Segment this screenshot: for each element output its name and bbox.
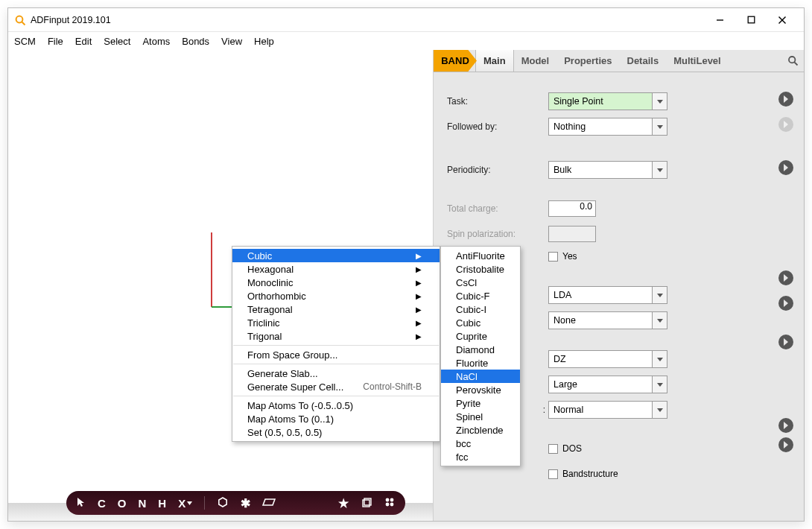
menu-edit[interactable]: Edit [75, 36, 92, 47]
tab-details[interactable]: Details [620, 50, 667, 72]
input-spin-polarization [548, 226, 596, 242]
menu-bonds[interactable]: Bonds [182, 36, 209, 47]
tool-hexagon-icon[interactable] [217, 496, 229, 510]
go-relativity[interactable] [778, 296, 793, 311]
caret-icon [652, 312, 667, 329]
select-followed-by-value: Nothing [554, 121, 586, 132]
ctx-item-cubic[interactable]: Cubic▶ [232, 249, 440, 262]
select-followed-by[interactable]: Nothing [548, 118, 667, 136]
svg-rect-3 [748, 16, 755, 23]
go-periodicity[interactable] [778, 160, 793, 175]
caret-icon [652, 118, 667, 135]
go-task[interactable] [778, 92, 793, 107]
ctx-cubic-item-pyrite[interactable]: Pyrite [441, 396, 520, 410]
ctx-item-tetragonal[interactable]: Tetragonal▶ [232, 302, 440, 316]
arrow-right-icon: ▶ [416, 252, 422, 260]
ctx-cubic-item-cristobalite[interactable]: Cristobalite [441, 262, 520, 276]
svg-line-17 [794, 62, 797, 65]
checkbox-dos[interactable] [548, 444, 558, 454]
label-total-charge: Total charge: [447, 203, 548, 214]
go-bandstructure[interactable] [778, 437, 793, 452]
go-dos[interactable] [778, 418, 793, 433]
tool-parallelogram-icon[interactable] [262, 497, 276, 510]
ctx-item-trigonal[interactable]: Trigonal▶ [232, 329, 440, 343]
label-task: Task: [447, 96, 548, 107]
svg-marker-8 [219, 498, 226, 507]
ctx-item-from-space-group[interactable]: From Space Group... [232, 348, 440, 361]
menu-select[interactable]: Select [104, 36, 130, 47]
ctx-cubic-item-perovskite[interactable]: Perovskite [441, 383, 520, 396]
menu-help[interactable]: Help [254, 36, 274, 47]
label-periodicity: Periodicity: [447, 165, 548, 175]
arrow-right-icon: ▶ [416, 292, 422, 300]
ctx-item-map-atoms-pos[interactable]: Map Atoms To (0..1) [232, 412, 440, 425]
svg-point-14 [386, 502, 390, 506]
ctx-cubic-item-zincblende[interactable]: Zincblende [441, 423, 520, 437]
menu-file[interactable]: File [48, 36, 63, 47]
tool-element-n[interactable]: N [139, 497, 147, 510]
ctx-cubic-item-fcc[interactable]: fcc [441, 450, 520, 463]
select-periodicity[interactable]: Bulk [548, 161, 667, 179]
input-total-charge[interactable]: 0.0 [548, 200, 596, 217]
select-quality[interactable]: Normal [548, 401, 667, 419]
ctx-item-monoclinic[interactable]: Monoclinic▶ [232, 276, 440, 289]
maximize-button[interactable] [735, 10, 767, 31]
tool-cube-icon[interactable] [361, 496, 372, 510]
svg-marker-9 [263, 499, 275, 505]
go-xc[interactable] [778, 270, 793, 285]
tab-model[interactable]: Model [514, 50, 557, 72]
ctx-item-generate-super-cell[interactable]: Generate Super Cell...Control-Shift-B [232, 380, 440, 393]
ctx-cubic-item-bcc[interactable]: bcc [441, 437, 520, 450]
checkbox-unrestricted[interactable] [548, 252, 558, 262]
axes-gizmo [206, 225, 235, 314]
ctx-cubic-item-cuprite[interactable]: Cuprite [441, 329, 520, 343]
arrow-right-icon: ▶ [416, 305, 422, 314]
ctx-cubic-item-spinel[interactable]: Spinel [441, 410, 520, 423]
select-task-value: Single Point [554, 96, 603, 107]
ctx-cubic-item-fluorite[interactable]: Fluorite [441, 356, 520, 370]
program-tab-band[interactable]: BAND [434, 50, 477, 72]
svg-point-13 [390, 498, 394, 501]
label-unrestricted-yes: Yes [562, 251, 577, 262]
tool-snowflake-icon[interactable]: ✱ [241, 496, 250, 510]
select-core[interactable]: Large [548, 376, 667, 393]
menu-atoms[interactable]: Atoms [142, 36, 170, 47]
checkbox-bandstructure[interactable] [548, 469, 558, 479]
svg-line-1 [22, 22, 25, 25]
tool-element-x-dropdown[interactable]: X [178, 497, 192, 510]
tab-properties[interactable]: Properties [556, 50, 619, 72]
ctx-cubic-item-cscl[interactable]: CsCl [441, 276, 520, 289]
tab-main[interactable]: Main [475, 50, 514, 72]
tool-star-icon[interactable]: ★ [338, 496, 349, 510]
ctx-cubic-item-diamond[interactable]: Diamond [441, 343, 520, 356]
ctx-item-map-atoms-neg[interactable]: Map Atoms To (-0.5..0.5) [232, 399, 440, 412]
tool-pointer-icon[interactable] [77, 497, 86, 510]
ctx-cubic-item-antifluorite[interactable]: AntiFluorite [441, 249, 520, 262]
ctx-item-generate-slab[interactable]: Generate Slab... [232, 367, 440, 380]
tab-multilevel[interactable]: MultiLevel [666, 50, 729, 72]
ctx-cubic-item-cubic-i[interactable]: Cubic-I [441, 302, 520, 316]
tool-dots-icon[interactable] [384, 497, 395, 510]
go-basis[interactable] [778, 335, 793, 349]
ctx-item-triclinic[interactable]: Triclinic▶ [232, 316, 440, 329]
ctx-item-set-fraction[interactable]: Set (0.5, 0.5, 0.5) [232, 425, 440, 439]
select-relativity[interactable]: None [548, 311, 667, 329]
caret-icon [652, 351, 667, 367]
tool-element-o[interactable]: O [118, 497, 127, 510]
select-basis[interactable]: DZ [548, 350, 667, 368]
tool-element-c[interactable]: C [98, 497, 106, 510]
ctx-item-hexagonal[interactable]: Hexagonal▶ [232, 262, 440, 276]
select-task[interactable]: Single Point [548, 92, 667, 110]
ctx-item-orthorhombic[interactable]: Orthorhombic▶ [232, 289, 440, 302]
ctx-cubic-item-cubic[interactable]: Cubic [441, 316, 520, 329]
menu-view[interactable]: View [221, 36, 242, 47]
select-quality-value: Normal [554, 405, 583, 415]
select-xc[interactable]: LDA [548, 286, 667, 304]
tool-element-h[interactable]: H [158, 497, 166, 510]
minimize-button[interactable] [704, 10, 735, 31]
search-icon[interactable] [781, 50, 804, 72]
close-button[interactable] [767, 10, 798, 31]
menu-scm[interactable]: SCM [14, 36, 36, 47]
ctx-cubic-item-cubic-f[interactable]: Cubic-F [441, 289, 520, 302]
ctx-cubic-item-nacl[interactable]: NaCl [441, 370, 520, 383]
